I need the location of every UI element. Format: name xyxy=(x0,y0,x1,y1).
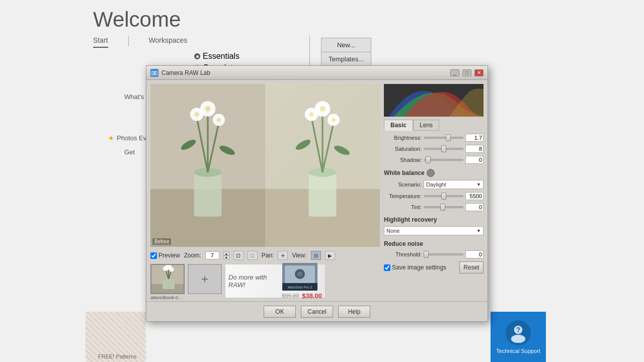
svg-point-4 xyxy=(153,72,156,74)
temperature-thumb[interactable] xyxy=(441,193,446,200)
help-button[interactable]: Help xyxy=(338,306,370,318)
reduce-noise-label: Reduce noise xyxy=(384,240,423,247)
threshold-row: Threshold: xyxy=(384,250,484,258)
tint-input[interactable] xyxy=(465,203,484,211)
preview-check-input[interactable] xyxy=(150,252,157,259)
pan-label: Pan: xyxy=(262,252,274,259)
close-button[interactable]: ✕ xyxy=(474,69,484,76)
temperature-row: Temperature: xyxy=(384,192,484,200)
saturation-slider[interactable] xyxy=(424,148,463,150)
scenario-value: Daylight xyxy=(426,182,446,188)
zoom-input[interactable] xyxy=(205,251,219,259)
nav-start[interactable]: Start xyxy=(93,36,108,48)
white-balance-title: White balance xyxy=(384,169,484,177)
save-reset-row: Save image settings Reset xyxy=(384,261,484,274)
dialog-title: Camera RAW Lab xyxy=(162,69,447,76)
thumbnail-1-container: alteredbook-0964.... xyxy=(150,264,185,300)
tab-basic[interactable]: Basic xyxy=(384,120,413,131)
threshold-input[interactable] xyxy=(465,250,484,258)
tint-thumb[interactable] xyxy=(440,204,445,211)
right-panel: Basic Lens Brightness: Saturation: xyxy=(384,84,484,297)
save-check-input[interactable] xyxy=(384,264,390,271)
nav-workspaces[interactable]: Workspaces xyxy=(149,36,188,48)
temperature-slider[interactable] xyxy=(424,195,463,197)
pan-button[interactable]: + xyxy=(278,251,288,260)
new-button[interactable]: New... xyxy=(321,38,371,52)
zoom-fit-button[interactable]: ⊡ xyxy=(233,251,244,260)
preview-controls: Preview Zoom: ▲ ▼ ⊡ □ Pan: + View: ⊟ ▶ xyxy=(150,250,380,261)
get-label: Get xyxy=(124,148,135,156)
radio-essentials-label: Essentials xyxy=(203,52,239,61)
svg-rect-7 xyxy=(194,172,222,217)
dialog-icon xyxy=(150,69,158,77)
tab-lens[interactable]: Lens xyxy=(413,120,439,131)
tech-support-panel[interactable]: ? Technical Support xyxy=(491,312,546,362)
white-balance-icon[interactable] xyxy=(427,169,435,177)
zoom-up[interactable]: ▲ xyxy=(223,251,229,255)
thumbnail-1[interactable] xyxy=(150,264,185,294)
ad-text-container: Do more with RAW! xyxy=(228,274,278,289)
svg-point-43 xyxy=(170,267,174,272)
ad-new-price: $38.00 xyxy=(302,292,322,300)
zoom-actual-button[interactable]: □ xyxy=(248,251,258,260)
highlight-recovery-title: Highlight recovery xyxy=(384,216,484,223)
ad-banner[interactable]: Do more with RAW! AfterShot Pro 3 xyxy=(225,264,326,298)
highlight-recovery-arrow: ▼ xyxy=(476,228,481,233)
cancel-button[interactable]: Cancel xyxy=(301,306,333,318)
view-split-button[interactable]: ⊟ xyxy=(311,251,321,260)
svg-point-17 xyxy=(217,118,221,122)
svg-point-15 xyxy=(195,112,199,117)
svg-rect-22 xyxy=(309,172,337,217)
brightness-slider[interactable] xyxy=(424,137,463,139)
shadow-thumb[interactable] xyxy=(426,156,431,163)
free-patterns-label: FREE! Patterns xyxy=(98,353,136,359)
ad-italic-text: Do more with RAW! xyxy=(228,274,278,289)
tint-slider[interactable] xyxy=(424,206,463,208)
view-toggle-button[interactable]: ▶ xyxy=(325,251,335,260)
zoom-label: Zoom: xyxy=(184,252,201,259)
brightness-thumb[interactable] xyxy=(446,134,451,141)
saturation-input[interactable] xyxy=(465,145,484,153)
brightness-input[interactable] xyxy=(465,134,484,142)
templates-button[interactable]: Templates... xyxy=(321,52,371,66)
threshold-label: Threshold: xyxy=(384,251,422,257)
ok-button[interactable]: OK xyxy=(264,306,296,318)
temperature-input[interactable] xyxy=(465,192,484,200)
before-label: Before xyxy=(152,238,171,245)
shadow-row: Shadow: xyxy=(384,156,484,164)
saturation-thumb[interactable] xyxy=(441,145,446,152)
threshold-thumb[interactable] xyxy=(424,251,429,258)
threshold-slider[interactable] xyxy=(424,253,463,255)
shadow-input[interactable] xyxy=(465,156,484,164)
svg-point-47 xyxy=(297,272,302,277)
add-thumbnail-button[interactable]: + xyxy=(188,264,222,294)
saturation-label: Saturation: xyxy=(384,146,422,152)
svg-text:?: ? xyxy=(516,326,521,334)
shadow-slider[interactable] xyxy=(424,159,463,161)
zoom-spinner[interactable]: ▲ ▼ xyxy=(223,251,229,259)
dialog-titlebar: Camera RAW Lab _ □ ✕ xyxy=(146,66,488,80)
svg-point-30 xyxy=(309,112,314,117)
ad-product-image: AfterShot Pro 3 xyxy=(282,263,317,291)
zoom-down[interactable]: ▼ xyxy=(223,255,229,259)
preview-area: Before xyxy=(150,84,380,297)
reset-button[interactable]: Reset xyxy=(459,261,484,274)
save-checkbox[interactable]: Save image settings xyxy=(384,264,446,271)
whats-new-label: What's xyxy=(124,93,144,101)
svg-point-32 xyxy=(332,118,336,122)
scenario-select[interactable]: Daylight ▼ xyxy=(424,180,484,189)
controls-panel: Brightness: Saturation: Shadow: xyxy=(384,134,484,274)
preview-checkbox[interactable]: Preview xyxy=(150,252,180,259)
preview-images: Before xyxy=(150,84,380,247)
ad-old-price: $95.00 xyxy=(282,293,299,299)
scenario-label: Scenario: xyxy=(384,182,422,188)
radio-essentials[interactable]: Essentials xyxy=(194,52,239,61)
tech-support-icon: ? xyxy=(506,320,531,345)
preview-check-label: Preview xyxy=(158,252,180,259)
highlight-recovery-select[interactable]: None ▼ xyxy=(384,226,484,235)
photos-ev-label: ★Photos Ev xyxy=(108,134,146,142)
maximize-button[interactable]: □ xyxy=(462,69,471,76)
preview-after xyxy=(265,84,380,247)
minimize-button[interactable]: _ xyxy=(450,69,459,76)
svg-point-16 xyxy=(205,106,211,112)
